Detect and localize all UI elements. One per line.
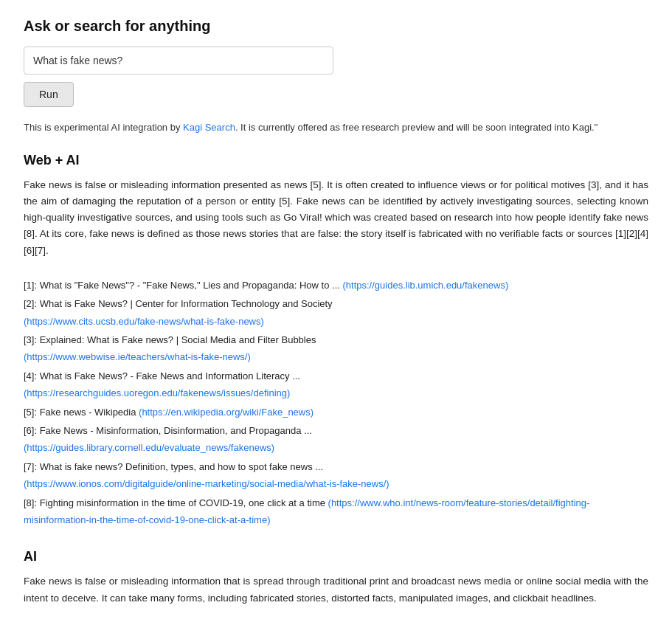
ref-number-text: [6]: Fake News - Misinformation, Disinfo… — [24, 425, 312, 436]
reference-item: [6]: Fake News - Misinformation, Disinfo… — [24, 422, 648, 457]
web-ai-title: Web + AI — [24, 153, 648, 168]
ref-number-text: [4]: What is Fake News? - Fake News and … — [24, 370, 300, 381]
web-ai-body: Fake news is false or misleading informa… — [24, 177, 648, 259]
experimental-notice: This is experimental AI integration by K… — [24, 120, 648, 135]
ref-link[interactable]: (https://www.cits.ucsb.edu/fake-news/wha… — [24, 316, 264, 327]
ref-link[interactable]: (https://researchguides.uoregon.edu/fake… — [24, 387, 290, 398]
ref-link[interactable]: (https://en.wikipedia.org/wiki/Fake_news… — [139, 407, 314, 418]
ref-number-text: [1]: What is "Fake News"? - "Fake News,"… — [24, 280, 342, 291]
ai-title: AI — [24, 549, 648, 564]
ref-number-text: [3]: Explained: What is Fake news? | Soc… — [24, 334, 316, 345]
reference-item: [4]: What is Fake News? - Fake News and … — [24, 367, 648, 402]
ai-section: AI Fake news is false or misleading info… — [24, 549, 648, 607]
references-section: [1]: What is "Fake News"? - "Fake News,"… — [24, 277, 648, 528]
ref-number-text: [2]: What is Fake News? | Center for Inf… — [24, 298, 333, 309]
kagi-search-link[interactable]: Kagi Search — [183, 122, 235, 133]
experimental-notice-text: This is experimental AI integration by — [24, 122, 183, 133]
ref-number-text: [5]: Fake news - Wikipedia — [24, 407, 139, 418]
reference-item: [3]: Explained: What is Fake news? | Soc… — [24, 331, 648, 366]
web-ai-section: Web + AI Fake news is false or misleadin… — [24, 153, 648, 259]
ai-body: Fake news is false or misleading informa… — [24, 573, 648, 607]
ref-link[interactable]: (https://www.webwise.ie/teachers/what-is… — [24, 351, 251, 362]
experimental-notice-suffix: . It is currently offered as free resear… — [235, 122, 597, 133]
reference-item: [8]: Fighting misinformation in the time… — [24, 494, 648, 529]
ref-link[interactable]: (https://guides.library.cornell.edu/eval… — [24, 442, 274, 453]
reference-item: [2]: What is Fake News? | Center for Inf… — [24, 295, 648, 330]
reference-item: [1]: What is "Fake News"? - "Fake News,"… — [24, 277, 648, 294]
run-button[interactable]: Run — [24, 82, 74, 107]
ref-link[interactable]: (https://guides.lib.umich.edu/fakenews) — [342, 280, 508, 291]
search-input[interactable] — [24, 46, 333, 75]
page-title: Ask or search for anything — [24, 18, 648, 35]
reference-item: [5]: Fake news - Wikipedia (https://en.w… — [24, 404, 648, 421]
ref-number-text: [7]: What is fake news? Definition, type… — [24, 461, 323, 472]
ref-number-text: [8]: Fighting misinformation in the time… — [24, 497, 328, 508]
ref-link[interactable]: (https://www.ionos.com/digitalguide/onli… — [24, 478, 389, 489]
reference-item: [7]: What is fake news? Definition, type… — [24, 458, 648, 493]
